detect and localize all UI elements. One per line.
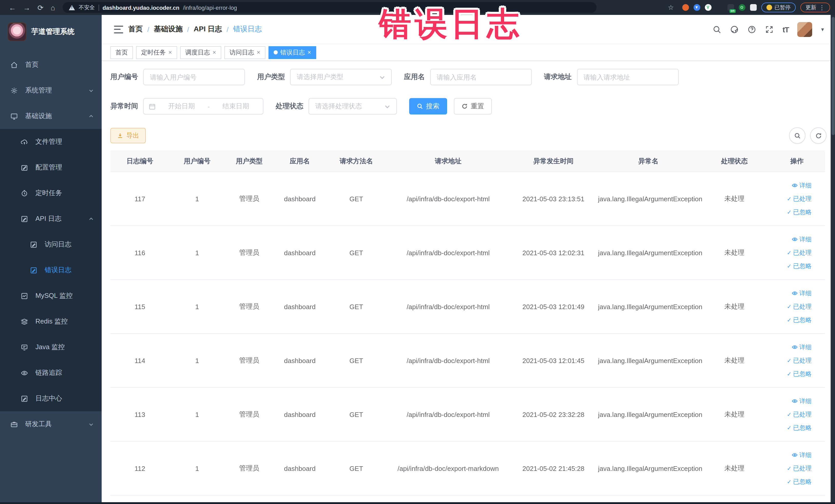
github-icon[interactable] [730,25,739,34]
cell-status: 未处理 [700,387,769,441]
refresh-button[interactable] [810,127,827,144]
exception-time-range-picker[interactable]: 开始日期 - 结束日期 [143,98,263,115]
action-processed-link[interactable]: ✓已处理 [770,246,824,259]
paused-pill[interactable]: 已暂停 [761,3,796,12]
sidebar-item-redis-monitor[interactable]: Redis 监控 [0,309,102,334]
sidebar-item-config-manage[interactable]: 配置管理 [0,155,102,180]
tag-错误日志[interactable]: 错误日志× [268,46,316,59]
hide-search-button[interactable] [789,127,806,144]
column-header: 日志编号 [110,150,169,172]
reset-button[interactable]: 重置 [454,98,492,115]
fullscreen-icon[interactable] [765,25,774,34]
scrollbar-thumb[interactable] [831,17,834,135]
search-icon[interactable] [713,25,721,34]
tag-首页[interactable]: 首页 [110,46,133,59]
action-processed-link[interactable]: ✓已处理 [770,300,824,313]
sidebar-item-system[interactable]: 系统管理 [0,78,102,103]
help-icon[interactable] [748,25,756,34]
font-size-icon[interactable]: tT [782,25,789,34]
forward-icon[interactable]: → [23,4,30,11]
back-icon[interactable]: ← [9,4,16,11]
briefcase-icon [10,420,18,428]
sidebar-item-log-center[interactable]: 日志中心 [0,386,102,411]
cell-exception-time: 2021-05-03 12:01:49 [510,280,597,334]
cell-request-url: /api/infra/db-doc/export-html [387,226,510,280]
extension-on-icon[interactable]: on [727,4,734,11]
action-detail-link[interactable]: 详细 [770,448,824,462]
action-ignored-link[interactable]: ✓已忽略 [770,259,824,273]
user-type-select[interactable]: 请选择用户类型 [290,69,392,85]
action-ignored-link[interactable]: ✓已忽略 [770,313,824,327]
sidebar-item-mysql-monitor[interactable]: MySQL 监控 [0,283,102,309]
sidebar-item-access-log[interactable]: 访问日志 [0,231,102,257]
user-id-input[interactable] [143,69,245,85]
extension-shield-icon[interactable]: ▼ [693,4,700,11]
sidebar-toggle-icon[interactable] [114,25,123,33]
sidebar-item-tracing[interactable]: 链路追踪 [0,360,102,386]
sidebar-item-error-log[interactable]: 错误日志 [0,257,102,283]
error-log-table: 日志编号用户编号用户类型应用名请求方法名请求地址异常发生时间异常名处理状态操作 … [110,150,825,496]
sidebar-item-dev-tools[interactable]: 研发工具 [0,411,102,437]
tag-定时任务[interactable]: 定时任务× [136,46,177,59]
process-status-select[interactable]: 请选择处理状态 [308,98,397,115]
export-button[interactable]: 导出 [110,128,146,143]
close-icon[interactable]: × [307,49,311,56]
action-processed-link[interactable]: ✓已处理 [770,354,824,367]
tag-访问日志[interactable]: 访问日志× [224,46,265,59]
avatar[interactable] [797,22,812,37]
action-ignored-link[interactable]: ✓已忽略 [770,421,824,435]
tag-调度日志[interactable]: 调度日志× [180,46,221,59]
menu-label: Redis 监控 [36,317,68,326]
sidebar-item-cron-job[interactable]: 定时任务 [0,180,102,206]
sidebar-item-java-monitor[interactable]: Java 监控 [0,334,102,360]
cell-user-id: 1 [169,334,225,387]
reload-icon[interactable]: ⟳ [38,4,43,11]
address-bar[interactable]: 不安全 dashboard.yudao.iocoder.cn/infra/log… [63,2,596,13]
menu-label: 配置管理 [36,163,62,172]
action-detail-link[interactable]: 详细 [770,340,824,354]
end-date-placeholder: 结束日期 [214,102,258,111]
action-ignored-link[interactable]: ✓已忽略 [770,475,824,488]
action-processed-link[interactable]: ✓已处理 [770,192,824,205]
column-header: 应用名 [273,150,326,172]
menu-label: 日志中心 [36,394,62,403]
request-url-input[interactable] [577,69,678,85]
action-detail-link[interactable]: 详细 [770,286,824,300]
timer-icon [21,189,28,197]
sidebar-item-api-log[interactable]: API 日志 [0,206,102,231]
extension-grid-icon[interactable] [716,4,722,11]
extension-plant-icon[interactable]: ✿ [738,4,745,11]
app-title: 芋道管理系统 [31,27,75,37]
action-detail-link[interactable]: 详细 [770,395,824,408]
app-logo-row[interactable]: 芋道管理系统 [0,15,102,47]
breadcrumb-infra[interactable]: 基础设施 [154,25,183,34]
close-icon[interactable]: × [168,49,172,56]
sidebar-item-home[interactable]: 首页 [0,52,102,78]
extensions-puzzle-icon[interactable] [750,4,756,11]
action-detail-link[interactable]: 详细 [770,179,824,192]
cell-log-id: 114 [110,334,169,387]
search-button[interactable]: 搜索 [409,98,447,115]
home-icon[interactable]: ⌂ [50,4,55,11]
breadcrumb-api-log[interactable]: API 日志 [194,25,222,34]
cell-status: 未处理 [700,334,769,387]
action-ignored-link[interactable]: ✓已忽略 [770,367,824,381]
tag-label: 调度日志 [185,48,210,57]
browser-scrollbar[interactable] [831,15,835,502]
action-detail-link[interactable]: 详细 [770,233,824,246]
avatar-caret-icon[interactable]: ▾ [821,26,824,33]
breadcrumb-home[interactable]: 首页 [128,25,143,34]
close-icon[interactable]: × [257,49,260,56]
extension-v-icon[interactable]: V [705,4,711,11]
extension-orange-icon[interactable] [682,4,689,11]
action-processed-link[interactable]: ✓已处理 [770,408,824,421]
sidebar-item-file-manage[interactable]: 文件管理 [0,129,102,155]
browser-menu-icon[interactable]: ⋮ [819,4,825,11]
bookmark-star-icon[interactable]: ☆ [668,4,674,11]
sidebar-item-infra[interactable]: 基础设施 [0,103,102,129]
action-processed-link[interactable]: ✓已处理 [770,462,824,475]
close-icon[interactable]: × [212,49,216,56]
action-ignored-link[interactable]: ✓已忽略 [770,205,824,219]
update-pill[interactable]: 更新 ⋮ [800,3,830,12]
app-name-input[interactable] [430,69,532,85]
